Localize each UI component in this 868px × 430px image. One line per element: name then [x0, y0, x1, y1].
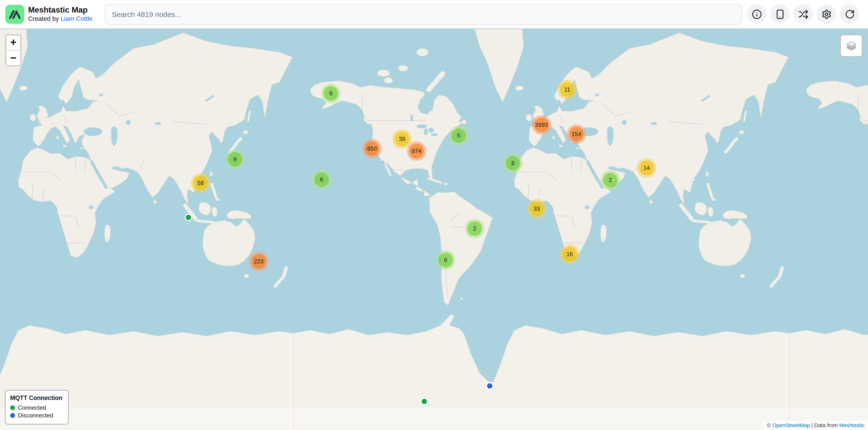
- cluster-count: 8: [506, 156, 520, 170]
- cluster-marker[interactable]: 11: [558, 80, 577, 99]
- disconnected-dot-icon: [10, 413, 15, 418]
- smartphone-icon: [775, 9, 785, 19]
- attribution-separator: | Data from: [810, 422, 839, 428]
- header-bar: Meshtastic Map Created by Liam Cottle: [0, 0, 868, 29]
- node-marker-connected[interactable]: [185, 214, 192, 221]
- osm-link[interactable]: OpenStreetMap: [772, 422, 810, 428]
- legend-title: MQTT Connection: [10, 395, 63, 401]
- shuffle-icon: [798, 9, 808, 19]
- cluster-marker[interactable]: 9: [321, 84, 341, 103]
- zoom-in-button[interactable]: +: [6, 35, 20, 51]
- cluster-marker[interactable]: 8: [436, 250, 455, 270]
- cluster-marker[interactable]: 2693: [532, 115, 551, 135]
- refresh-button[interactable]: [840, 4, 859, 24]
- cluster-count: 2: [603, 173, 618, 188]
- legend-item-connected: Connected: [10, 404, 63, 411]
- layers-control[interactable]: [840, 34, 863, 57]
- cluster-count: 11: [560, 82, 575, 97]
- marker-layer: 911269315465039874596588214331628223: [0, 0, 868, 430]
- meshtastic-link[interactable]: Meshtastic: [839, 422, 865, 428]
- cluster-marker[interactable]: 16: [560, 244, 579, 264]
- cluster-marker[interactable]: 2: [600, 170, 620, 190]
- cluster-count: 9: [323, 86, 338, 101]
- legend-label: Disconnected: [18, 411, 53, 419]
- gear-icon: [821, 9, 831, 19]
- meshtastic-map-app: 911269315465039874596588214331628223 Mes…: [0, 0, 868, 430]
- cluster-marker[interactable]: 223: [249, 252, 268, 271]
- cluster-count: 9: [228, 152, 242, 167]
- cluster-count: 2693: [534, 118, 549, 132]
- cluster-count: 874: [409, 144, 424, 158]
- cluster-count: 154: [569, 127, 584, 141]
- random-node-button[interactable]: [794, 4, 813, 24]
- mobile-app-button[interactable]: [770, 4, 789, 24]
- layers-icon: [845, 39, 858, 52]
- cluster-marker[interactable]: 58: [191, 173, 210, 193]
- byline: Created by Liam Cottle: [28, 15, 101, 23]
- node-marker-disconnected[interactable]: [486, 382, 493, 390]
- author-link[interactable]: Liam Cottle: [61, 15, 93, 22]
- cluster-marker[interactable]: 5: [449, 126, 468, 145]
- cluster-count: 650: [365, 141, 379, 156]
- title-block: Meshtastic Map Created by Liam Cottle: [28, 5, 101, 23]
- connected-dot-icon: [10, 405, 15, 410]
- world-map[interactable]: 911269315465039874596588214331628223: [0, 0, 868, 430]
- cluster-count: 33: [529, 201, 544, 216]
- cluster-count: 5: [452, 128, 466, 143]
- cluster-marker[interactable]: 650: [362, 139, 382, 158]
- page-title: Meshtastic Map: [28, 5, 101, 15]
- info-icon: [751, 9, 762, 19]
- cluster-count: 223: [251, 254, 266, 269]
- meshtastic-logo-icon: [5, 5, 24, 24]
- cluster-marker[interactable]: 2: [465, 219, 485, 238]
- cluster-marker[interactable]: 6: [312, 170, 331, 189]
- cluster-marker[interactable]: 8: [503, 154, 523, 173]
- toolbar: [747, 4, 859, 24]
- cluster-marker[interactable]: 14: [637, 158, 656, 178]
- cluster-count: 16: [562, 247, 577, 262]
- copyright-text: ©: [767, 422, 772, 428]
- cluster-marker[interactable]: 874: [407, 141, 426, 161]
- cluster-marker[interactable]: 154: [567, 125, 586, 144]
- map-attribution: © OpenStreetMap | Data from Meshtastic: [764, 421, 868, 430]
- settings-button[interactable]: [817, 4, 836, 24]
- cluster-count: 2: [467, 221, 482, 236]
- cluster-marker[interactable]: 9: [225, 150, 245, 169]
- cluster-count: 39: [395, 132, 409, 146]
- info-button[interactable]: [747, 4, 766, 24]
- refresh-icon: [844, 9, 855, 19]
- cluster-count: 58: [193, 176, 208, 190]
- byline-prefix: Created by: [28, 15, 61, 22]
- mqtt-connection-legend: MQTT Connection Connected Disconnected: [5, 390, 69, 425]
- zoom-out-button[interactable]: −: [6, 51, 20, 65]
- legend-label: Connected: [18, 404, 46, 411]
- cluster-count: 6: [314, 172, 329, 187]
- cluster-count: 14: [640, 161, 654, 175]
- cluster-marker[interactable]: 33: [527, 199, 547, 219]
- cluster-count: 8: [438, 253, 453, 267]
- search-input[interactable]: [104, 4, 742, 25]
- zoom-control: + −: [5, 34, 21, 66]
- node-marker-connected[interactable]: [421, 398, 428, 405]
- legend-item-disconnected: Disconnected: [10, 411, 63, 419]
